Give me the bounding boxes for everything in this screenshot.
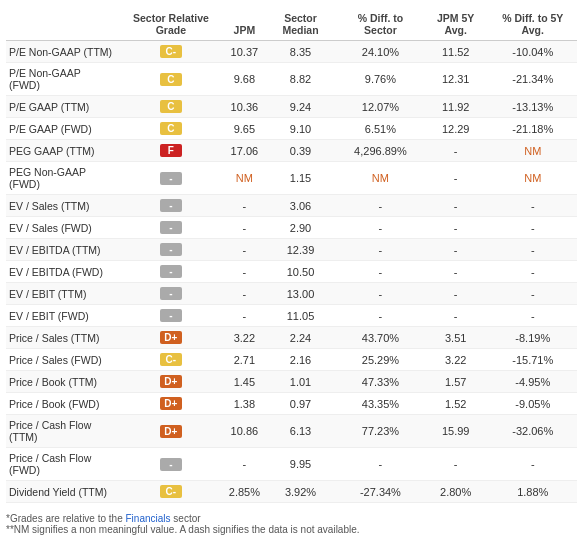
row-diff-sector: 43.70%	[338, 327, 423, 349]
footnotes: *Grades are relative to the Financials s…	[6, 513, 577, 535]
row-label: EV / EBITDA (FWD)	[6, 261, 116, 283]
table-row: P/E Non-GAAP (TTM)C-10.378.3524.10%11.52…	[6, 41, 577, 63]
row-label: P/E Non-GAAP (FWD)	[6, 63, 116, 96]
financials-link[interactable]: Financials	[126, 513, 171, 524]
row-median: 9.24	[263, 96, 338, 118]
table-row: EV / EBIT (FWD)--11.05---	[6, 305, 577, 327]
row-jpm: -	[226, 305, 263, 327]
col-median-header: Sector Median	[263, 8, 338, 41]
row-label: P/E GAAP (TTM)	[6, 96, 116, 118]
table-row: EV / EBIT (TTM)--13.00---	[6, 283, 577, 305]
row-diff-5y: -21.18%	[489, 118, 577, 140]
row-median: 12.39	[263, 239, 338, 261]
row-grade: C	[116, 63, 226, 96]
row-diff-sector: 47.33%	[338, 371, 423, 393]
row-label: PEG GAAP (TTM)	[6, 140, 116, 162]
row-avg5y: 3.51	[423, 327, 489, 349]
row-median: 8.35	[263, 41, 338, 63]
col-label-header	[6, 8, 116, 41]
row-label: Price / Book (TTM)	[6, 371, 116, 393]
grade-badge: -	[160, 221, 182, 234]
row-median: 1.01	[263, 371, 338, 393]
row-grade: -	[116, 239, 226, 261]
row-avg5y: -	[423, 239, 489, 261]
row-jpm: -	[226, 195, 263, 217]
row-grade: D+	[116, 393, 226, 415]
row-grade: -	[116, 162, 226, 195]
grade-badge: -	[160, 309, 182, 322]
row-avg5y: 3.22	[423, 349, 489, 371]
table-row: Price / Book (FWD)D+1.380.9743.35%1.52-9…	[6, 393, 577, 415]
row-diff-sector: -	[338, 448, 423, 481]
row-diff-5y: -	[489, 195, 577, 217]
row-label: P/E Non-GAAP (TTM)	[6, 41, 116, 63]
grade-badge: C-	[160, 485, 182, 498]
row-label: EV / EBITDA (TTM)	[6, 239, 116, 261]
row-avg5y: 1.52	[423, 393, 489, 415]
valuation-table-container: Sector Relative Grade JPM Sector Median …	[0, 0, 583, 543]
grade-badge: D+	[160, 331, 182, 344]
row-grade: C-	[116, 481, 226, 503]
row-diff-5y: -8.19%	[489, 327, 577, 349]
grade-badge: -	[160, 243, 182, 256]
row-jpm: 9.68	[226, 63, 263, 96]
row-grade: C-	[116, 41, 226, 63]
row-jpm: 17.06	[226, 140, 263, 162]
row-median: 3.06	[263, 195, 338, 217]
table-row: PEG GAAP (TTM)F17.060.394,296.89%-NM	[6, 140, 577, 162]
grade-badge: C-	[160, 353, 182, 366]
row-diff-sector: -	[338, 195, 423, 217]
row-diff-sector: -	[338, 217, 423, 239]
row-median: 9.95	[263, 448, 338, 481]
row-label: PEG Non-GAAP (FWD)	[6, 162, 116, 195]
row-diff-sector: -	[338, 239, 423, 261]
row-diff-5y: -	[489, 448, 577, 481]
row-median: 8.82	[263, 63, 338, 96]
row-grade: -	[116, 217, 226, 239]
footnote-line2: **NM signifies a non meaningful value. A…	[6, 524, 577, 535]
row-jpm: 9.65	[226, 118, 263, 140]
row-label: Price / Sales (FWD)	[6, 349, 116, 371]
col-grade-header: Sector Relative Grade	[116, 8, 226, 41]
grade-badge: -	[160, 199, 182, 212]
row-jpm: 10.36	[226, 96, 263, 118]
grade-badge: F	[160, 144, 182, 157]
row-diff-sector: 6.51%	[338, 118, 423, 140]
row-diff-5y: -	[489, 217, 577, 239]
grade-badge: -	[160, 265, 182, 278]
row-median: 3.92%	[263, 481, 338, 503]
row-label: Price / Cash Flow (TTM)	[6, 415, 116, 448]
row-jpm: 1.38	[226, 393, 263, 415]
row-jpm: NM	[226, 162, 263, 195]
row-label: Dividend Yield (TTM)	[6, 481, 116, 503]
row-median: 2.16	[263, 349, 338, 371]
row-grade: D+	[116, 371, 226, 393]
row-diff-sector: -27.34%	[338, 481, 423, 503]
row-diff-5y: NM	[489, 140, 577, 162]
row-diff-5y: -	[489, 305, 577, 327]
row-grade: D+	[116, 327, 226, 349]
row-grade: F	[116, 140, 226, 162]
valuation-table: Sector Relative Grade JPM Sector Median …	[6, 8, 577, 503]
row-jpm: -	[226, 239, 263, 261]
table-row: Price / Sales (TTM)D+3.222.2443.70%3.51-…	[6, 327, 577, 349]
row-avg5y: -	[423, 162, 489, 195]
row-grade: -	[116, 305, 226, 327]
col-jpm-header: JPM	[226, 8, 263, 41]
row-avg5y: -	[423, 140, 489, 162]
grade-badge: C-	[160, 45, 182, 58]
table-row: Price / Cash Flow (FWD)--9.95---	[6, 448, 577, 481]
row-avg5y: 1.57	[423, 371, 489, 393]
row-avg5y: -	[423, 448, 489, 481]
row-median: 2.24	[263, 327, 338, 349]
row-median: 11.05	[263, 305, 338, 327]
row-avg5y: 11.52	[423, 41, 489, 63]
row-jpm: 2.71	[226, 349, 263, 371]
row-grade: -	[116, 448, 226, 481]
row-diff-sector: 4,296.89%	[338, 140, 423, 162]
row-grade: C	[116, 96, 226, 118]
grade-badge: -	[160, 172, 182, 185]
grade-badge: -	[160, 287, 182, 300]
row-diff-5y: -	[489, 261, 577, 283]
row-avg5y: -	[423, 261, 489, 283]
